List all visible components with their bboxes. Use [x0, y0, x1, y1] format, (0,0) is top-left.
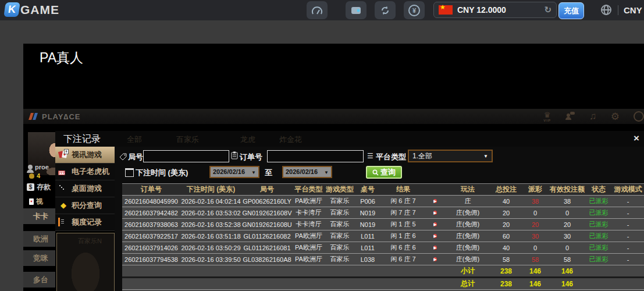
support-chat-icon[interactable]: [565, 111, 575, 122]
modal-title-bar: 下注记录 全部 百家乐 龙虎 炸金花 ×: [55, 131, 644, 147]
deposit-row[interactable]: $ 存款: [27, 182, 51, 192]
cn-flag-icon: ★: [439, 5, 453, 15]
round-label: 局号: [128, 152, 143, 162]
chevron-down-icon: ▼: [324, 168, 329, 178]
provider-bar: PLAY∆CE ♛ VIP ♫ ⚙: [23, 109, 644, 124]
currency-label[interactable]: CNY: [624, 5, 642, 15]
wallet-icon-button[interactable]: [346, 1, 367, 19]
menu-label: 积分查询: [72, 200, 102, 211]
kgame-logo[interactable]: K GAME: [5, 2, 59, 17]
gem-icon: ◆: [58, 201, 69, 210]
col-total-bet: 总投注: [491, 184, 521, 196]
menu-label: 额度记录: [72, 217, 102, 228]
provider-toolbar: ♛ VIP ♫ ⚙: [543, 111, 637, 123]
crown-icon: ♛: [544, 111, 551, 119]
play-replay-button[interactable]: ▶: [433, 246, 436, 250]
status-badge: 已派彩: [585, 219, 612, 230]
music-icon[interactable]: ♫: [589, 111, 597, 122]
order-label: 订单号: [240, 152, 262, 162]
menu-item-video-games[interactable]: ♥9 视讯游戏: [55, 147, 115, 164]
dice-icon: [58, 184, 69, 193]
status-badge: 已派彩: [585, 254, 612, 265]
kgame-k-icon: K: [3, 2, 20, 17]
slot-777-icon: 777: [58, 167, 69, 176]
col-platform: 平台类型: [293, 184, 325, 196]
platform-label: 平台类型: [376, 152, 406, 162]
search-icon: [372, 169, 379, 176]
wallet-icon: [351, 6, 361, 15]
dim-background-text: 百家乐N: [78, 237, 102, 246]
col-mode: 游戏模式: [612, 184, 644, 196]
search-button[interactable]: 查询: [366, 166, 402, 179]
transfer-icon-button[interactable]: [375, 1, 396, 19]
list-icon: ☰: [367, 152, 373, 160]
menu-item-table-games[interactable]: 桌面游戏: [55, 180, 115, 197]
partial-icon[interactable]: [634, 111, 644, 122]
platform-select[interactable]: 1.全部 ▼: [408, 150, 493, 162]
platform-selected-value: 1.全部: [412, 152, 432, 160]
game-area: PA真人 PLAY∆CE ♛ VIP ♫ ⚙ proe: [23, 44, 644, 291]
menu-label: 电子老虎机: [72, 166, 109, 177]
dashboard-icon-button[interactable]: [307, 1, 328, 19]
refresh-icon: [380, 5, 390, 16]
close-icon[interactable]: ×: [634, 133, 639, 144]
document-icon: [58, 218, 69, 227]
table-row: 2602160480459902026-02-16 04:02:14 GP006…: [122, 196, 644, 207]
to-label: 至: [265, 168, 272, 178]
coin-count: 4: [37, 172, 40, 179]
video-games-row[interactable]: ♥ 视: [29, 197, 43, 207]
subtotal-row: 小计 238 146 146: [122, 265, 644, 278]
money-bag-icon: [29, 173, 34, 179]
game-title: PA真人: [40, 49, 83, 67]
round-input[interactable]: [143, 150, 229, 162]
col-play-type: 玩法: [444, 184, 491, 196]
modal-title: 下注记录: [63, 131, 101, 147]
date-to-picker[interactable]: 2026/02/16 ▼: [282, 166, 332, 178]
language-globe-icon[interactable]: [600, 4, 612, 18]
lobby-tab-jingmi[interactable]: 竞咪: [23, 250, 55, 266]
top-header: K GAME ¥ ★ CNY 12.0000 ↻ 充值: [0, 0, 644, 20]
currency-exchange-icon-button[interactable]: ¥: [404, 1, 425, 19]
dim-tab-baccarat: 百家乐: [176, 134, 199, 145]
play-replay-button[interactable]: ▶: [433, 234, 436, 238]
status-badge: 已派彩: [585, 230, 612, 242]
play-replay-button[interactable]: ▶: [433, 257, 436, 261]
speedometer-icon: [311, 6, 323, 15]
col-status: 状态: [585, 184, 612, 196]
dim-tab-all: 全部: [127, 134, 142, 145]
col-payout: 派彩: [521, 184, 549, 196]
video-partial-label: 视: [36, 197, 43, 207]
order-input[interactable]: [267, 150, 364, 162]
table-header-row: 订单号 下注时间 (美东) 局号 平台类型 游戏类型 桌号 结果 玩法 总投注 …: [122, 184, 644, 196]
col-game-type: 游戏类型: [325, 184, 355, 196]
bet-records-table: 订单号 下注时间 (美东) 局号 平台类型 游戏类型 桌号 结果 玩法 总投注 …: [122, 183, 644, 291]
play-replay-button[interactable]: ▶: [433, 211, 436, 215]
recharge-button[interactable]: 充值: [558, 2, 584, 19]
play-replay-button[interactable]: ▶: [433, 222, 436, 226]
vip-icon[interactable]: ♛ VIP: [543, 111, 551, 122]
lobby-tab-duotai[interactable]: 多台: [23, 272, 55, 288]
search-label: 查询: [380, 167, 396, 178]
col-round: 局号: [241, 184, 293, 196]
total-row: 总计 238 146 146: [122, 278, 644, 290]
lobby-tab-kaka[interactable]: 卡卡: [23, 208, 55, 224]
playace-logo-icon: [29, 112, 38, 121]
balance-refresh-icon[interactable]: ↻: [544, 5, 552, 15]
date-from-picker[interactable]: 2026/02/16 ▼: [209, 166, 259, 178]
coins-row: 4: [29, 172, 40, 179]
date-to-value: 2026/02/16: [286, 168, 318, 175]
play-replay-button[interactable]: ▶: [433, 199, 436, 203]
menu-item-slots[interactable]: 777 电子老虎机: [55, 164, 115, 180]
lobby-tab-europe[interactable]: 欧洲: [23, 231, 55, 247]
menu-label: 桌面游戏: [72, 183, 102, 194]
chevron-down-icon: ▼: [251, 168, 256, 178]
table-row: 2602160379140262026-02-16 03:50:29 GL011…: [122, 242, 644, 254]
yen-icon: ¥: [408, 5, 420, 16]
menu-item-quota-records[interactable]: 额度记录: [55, 214, 115, 231]
bet-time-label: 下注时间 (美东): [136, 168, 188, 178]
chevron-down-icon: ▼: [483, 151, 488, 162]
menu-label: 视讯游戏: [72, 150, 102, 160]
kgame-brand-text: GAME: [20, 3, 59, 17]
menu-item-points-query[interactable]: ◆ 积分查询: [55, 197, 115, 214]
settings-gear-icon[interactable]: ⚙: [611, 111, 620, 123]
